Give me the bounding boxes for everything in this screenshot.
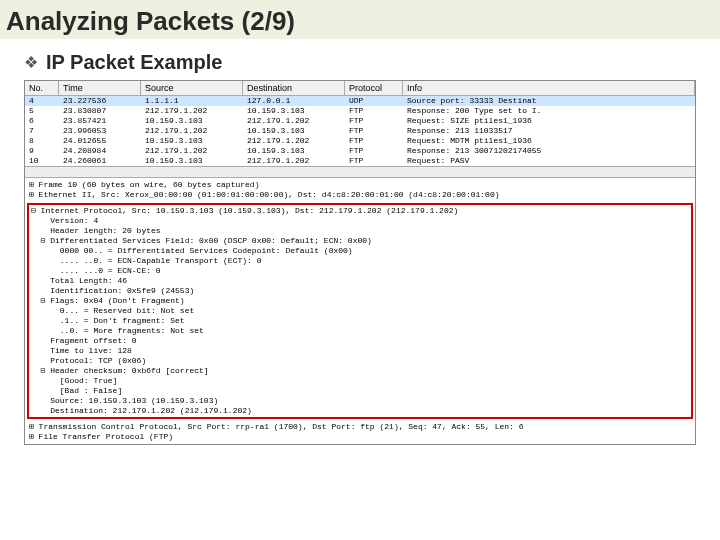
packet-row[interactable]: 623.85742110.159.3.103212.179.1.202FTPRe… [25,116,695,126]
cell-proto: UDP [345,96,403,106]
cell-dst: 212.179.1.202 [243,156,345,166]
cell-no: 7 [25,126,59,136]
cell-dst: 10.159.3.103 [243,106,345,116]
ip-detail-line[interactable]: Time to live: 128 [31,346,689,356]
ip-detail-line[interactable]: ⊟ Differentiated Services Field: 0x00 (D… [31,236,689,246]
packet-row[interactable]: 824.01265510.159.3.103212.179.1.202FTPRe… [25,136,695,146]
cell-src: 10.159.3.103 [141,116,243,126]
cell-proto: FTP [345,146,403,156]
ip-detail-line[interactable]: .1.. = Don't fragment: Set [31,316,689,326]
detail-frame[interactable]: ⊞ Frame 10 (60 bytes on wire, 60 bytes c… [29,180,691,190]
cell-time: 24.208984 [59,146,141,156]
ip-detail-line[interactable]: Protocol: TCP (0x06) [31,356,689,366]
ip-detail-line[interactable]: Total Length: 46 [31,276,689,286]
cell-no: 4 [25,96,59,106]
cell-dst: 212.179.1.202 [243,136,345,146]
ip-detail-line[interactable]: ⊟ Header checksum: 0xb6fd [correct] [31,366,689,376]
ip-detail-line[interactable]: Fragment offset: 0 [31,336,689,346]
wireshark-panel: No. Time Source Destination Protocol Inf… [24,80,696,445]
ip-detail-line[interactable]: Version: 4 [31,216,689,226]
col-no[interactable]: No. [25,81,59,95]
slide-title-bar: Analyzing Packets (2/9) [0,0,720,39]
cell-dst: 10.159.3.103 [243,126,345,136]
col-destination[interactable]: Destination [243,81,345,95]
cell-no: 8 [25,136,59,146]
cell-time: 23.857421 [59,116,141,126]
cell-time: 23.227536 [59,96,141,106]
subtitle-row: ❖ IP Packet Example [0,39,720,80]
cell-proto: FTP [345,116,403,126]
ip-detail-line[interactable]: 0... = Reserved bit: Not set [31,306,689,316]
ip-detail-line[interactable]: .... ..0. = ECN-Capable Transport (ECT):… [31,256,689,266]
packet-row[interactable]: 924.208984212.179.1.20210.159.3.103FTPRe… [25,146,695,156]
cell-proto: FTP [345,106,403,116]
cell-info: Response: 200 Type set to I. [403,106,695,116]
ip-detail-line[interactable]: [Bad : False] [31,386,689,396]
cell-info: Source port: 33333 Destinat [403,96,695,106]
detail-ethernet[interactable]: ⊞ Ethernet II, Src: Xerox_00:00:00 (01:0… [29,190,691,200]
cell-time: 23.830807 [59,106,141,116]
cell-no: 9 [25,146,59,156]
detail-tcp[interactable]: ⊞ Transmission Control Protocol, Src Por… [29,422,691,432]
cell-info: Request: PASV [403,156,695,166]
packet-row[interactable]: 723.996053212.179.1.20210.159.3.103FTPRe… [25,126,695,136]
cell-time: 24.260061 [59,156,141,166]
cell-src: 10.159.3.103 [141,136,243,146]
packet-row[interactable]: 523.830807212.179.1.20210.159.3.103FTPRe… [25,106,695,116]
cell-info: Response: 213 11033517 [403,126,695,136]
ip-detail-line[interactable]: Header length: 20 bytes [31,226,689,236]
scrollbar-horizontal[interactable] [25,166,695,178]
cell-src: 212.179.1.202 [141,146,243,156]
packet-row[interactable]: 1024.26006110.159.3.103212.179.1.202FTPR… [25,156,695,166]
ip-detail-line[interactable]: Identification: 0x5fe9 (24553) [31,286,689,296]
ip-header-highlight[interactable]: ⊟ Internet Protocol, Src: 10.159.3.103 (… [27,203,693,419]
col-time[interactable]: Time [59,81,141,95]
col-source[interactable]: Source [141,81,243,95]
col-info[interactable]: Info [403,81,695,95]
cell-proto: FTP [345,126,403,136]
ip-detail-line[interactable]: Destination: 212.179.1.202 (212.179.1.20… [31,406,689,416]
ip-detail-line[interactable]: 0000 00.. = Differentiated Services Code… [31,246,689,256]
bullet-diamond-icon: ❖ [24,53,38,72]
ip-detail-line[interactable]: ..0. = More fragments: Not set [31,326,689,336]
cell-dst: 212.179.1.202 [243,116,345,126]
cell-src: 212.179.1.202 [141,106,243,116]
cell-dst: 127.0.0.1 [243,96,345,106]
slide-title: Analyzing Packets (2/9) [6,6,710,37]
cell-src: 212.179.1.202 [141,126,243,136]
ip-detail-line[interactable]: ⊟ Flags: 0x04 (Don't Fragment) [31,296,689,306]
ip-detail-line[interactable]: ⊟ Internet Protocol, Src: 10.159.3.103 (… [31,206,689,216]
ip-detail-line[interactable]: [Good: True] [31,376,689,386]
ip-detail-line[interactable]: .... ...0 = ECN-CE: 0 [31,266,689,276]
detail-ftp[interactable]: ⊞ File Transfer Protocol (FTP) [29,432,691,442]
cell-time: 24.012655 [59,136,141,146]
cell-no: 10 [25,156,59,166]
col-protocol[interactable]: Protocol [345,81,403,95]
packet-detail-bottom[interactable]: ⊞ Transmission Control Protocol, Src Por… [25,420,695,444]
ip-detail-line[interactable]: Source: 10.159.3.103 (10.159.3.103) [31,396,689,406]
packet-list-header[interactable]: No. Time Source Destination Protocol Inf… [25,81,695,96]
cell-info: Response: 213 30071202174055 [403,146,695,156]
cell-proto: FTP [345,136,403,146]
packet-detail-top[interactable]: ⊞ Frame 10 (60 bytes on wire, 60 bytes c… [25,178,695,202]
subtitle: IP Packet Example [46,51,222,74]
cell-time: 23.996053 [59,126,141,136]
cell-info: Request: MDTM ptiles1_1936 [403,136,695,146]
cell-src: 1.1.1.1 [141,96,243,106]
cell-proto: FTP [345,156,403,166]
packet-list[interactable]: 423.2275361.1.1.1127.0.0.1UDPSource port… [25,96,695,166]
packet-row[interactable]: 423.2275361.1.1.1127.0.0.1UDPSource port… [25,96,695,106]
cell-no: 5 [25,106,59,116]
cell-no: 6 [25,116,59,126]
cell-src: 10.159.3.103 [141,156,243,166]
cell-dst: 10.159.3.103 [243,146,345,156]
cell-info: Request: SIZE ptiles1_1936 [403,116,695,126]
